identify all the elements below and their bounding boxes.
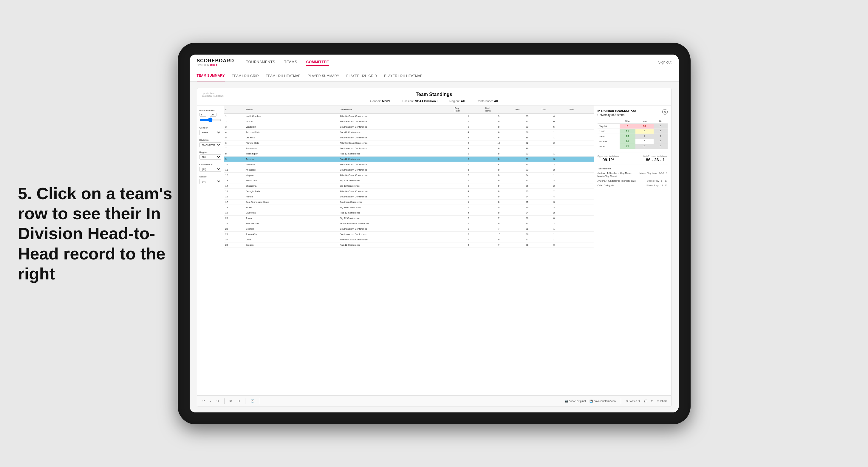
col-win: Win <box>568 105 593 114</box>
table-row[interactable]: 8 Washington Pac-12 Conference 2 8 23 1 <box>224 151 594 157</box>
filter-region: Region: All <box>450 100 465 103</box>
grid-button[interactable]: ⊞ <box>651 400 653 403</box>
panel-body: Minimum Rou... – Gender <box>197 105 671 396</box>
opponents-value: 99.1% <box>597 157 620 162</box>
h2h-col-loss: Loss <box>636 119 654 124</box>
panel-title: Team Standings <box>202 92 666 97</box>
table-row[interactable]: 5 Ole Miss Southeastern Conference 3 6 1… <box>224 135 594 141</box>
min-rounds-slider[interactable] <box>199 118 221 122</box>
table-header-row: # School Conference RegRank ConfRank Rds… <box>224 105 594 114</box>
table-row[interactable]: 3 Vanderbilt Southeastern Conference 2 8… <box>224 124 594 130</box>
tablet-screen: SCOREBOARD Powered by clippd TOURNAMENTS… <box>190 55 679 412</box>
table-row[interactable]: 24 Duke Atlantic Coast Conference 5 9 27… <box>224 237 594 243</box>
h2h-row: Top 10 3 13 0 <box>597 124 668 129</box>
table-row[interactable]: 19 California Pac-12 Conference 4 8 24 2 <box>224 210 594 216</box>
comment-button[interactable]: 💬 <box>644 400 647 403</box>
table-row[interactable]: 6 Florida State Atlantic Coast Conferenc… <box>224 141 594 146</box>
watch-button[interactable]: 👁 Watch ▼ <box>626 400 641 403</box>
school-label: School <box>199 175 221 178</box>
redo-button[interactable]: ↪ <box>215 398 221 403</box>
table-row[interactable]: 2 Auburn Southeastern Conference 1 9 27 … <box>224 119 594 124</box>
main-content: Update time: 27/03/2024 15:56:26 Team St… <box>190 82 679 412</box>
division-group: Division NCAA Division I <box>199 139 221 147</box>
min-rounds-max-input[interactable] <box>210 113 216 117</box>
panel-filters: Gender: Men's Division: NCAA Division I … <box>202 100 666 103</box>
h2h-col-win: Win <box>620 119 636 124</box>
share-button[interactable]: ⬆ Share <box>657 400 667 403</box>
table-row[interactable]: 13 Texas Tech Big 12 Conference 1 9 27 2 <box>224 178 594 183</box>
table-row[interactable]: 15 Georgia Tech Atlantic Coast Conferenc… <box>224 189 594 194</box>
tab-player-summary[interactable]: PLAYER SUMMARY <box>308 70 339 82</box>
sub-nav: TEAM SUMMARY TEAM H2H GRID TEAM H2H HEAT… <box>190 70 679 82</box>
tab-player-h2h-heatmap[interactable]: PLAYER H2H HEATMAP <box>384 70 422 82</box>
division-label: Division <box>199 139 221 142</box>
table-row[interactable]: 21 New Mexico Mountain West Conference 1… <box>224 221 594 226</box>
col-tour: Tour <box>540 105 568 114</box>
region-label: Region <box>199 151 221 154</box>
region-group: Region N/A <box>199 151 221 160</box>
h2h-close-button[interactable]: ✕ <box>662 109 668 115</box>
table-row[interactable]: 20 Texas Big 12 Conference 3 7 20 0 <box>224 216 594 221</box>
undo-button[interactable]: ↩ <box>201 398 206 403</box>
gender-group: Gender Men's <box>199 126 221 135</box>
col-school: School <box>244 105 338 114</box>
tournament-item: Jackson T. Stephens Cup Men's Match-Play… <box>597 172 668 178</box>
gender-select[interactable]: Men's <box>199 130 221 135</box>
tab-team-h2h-grid[interactable]: TEAM H2H GRID <box>232 70 259 82</box>
filter-division: Division: NCAA Division I <box>403 100 438 103</box>
gender-label: Gender <box>199 126 221 129</box>
paste-button[interactable]: ⊡ <box>236 398 242 403</box>
h2h-title: In Division Head-to-Head <box>597 109 636 113</box>
col-conference: Conference <box>338 105 453 114</box>
h2h-row: 26-50 25 2 1 <box>597 134 668 139</box>
nav-teams[interactable]: TEAMS <box>284 59 297 66</box>
table-row[interactable]: 25 Oregon Pac-12 Conference 5 7 21 0 <box>224 243 594 248</box>
min-rounds-group: Minimum Rou... – <box>199 109 221 123</box>
nav-committee[interactable]: COMMITTEE <box>306 59 329 66</box>
table-row[interactable]: 12 Virginia Atlantic Coast Conference 3 … <box>224 173 594 178</box>
clock-button[interactable]: 🕐 <box>249 398 256 403</box>
view-original-button[interactable]: 📷 View: Original <box>565 400 586 403</box>
tournament-list: Jackson T. Stephens Cup Men's Match-Play… <box>597 172 668 187</box>
sign-out-link[interactable]: Sign out <box>653 60 671 64</box>
h2h-team: University of Arizona <box>597 113 636 117</box>
wlt-value: 86 - 26 - 1 <box>643 157 667 162</box>
table-row[interactable]: 22 Georgia Southeastern Conference 8 7 2… <box>224 226 594 232</box>
school-select[interactable]: (All) <box>199 179 221 184</box>
table-row[interactable]: 10 Alabama Southeastern Conference 5 8 2… <box>224 162 594 167</box>
wlt-label: W-L-T record in-division: <box>643 155 667 157</box>
division-select[interactable]: NCAA Division I <box>199 142 221 147</box>
table-area: # School Conference RegRank ConfRank Rds… <box>224 105 594 396</box>
h2h-col-tie: Tie <box>654 119 668 124</box>
table-row[interactable]: 7 Tennessee Southeastern Conference 4 6 … <box>224 146 594 151</box>
nav-items: TOURNAMENTS TEAMS COMMITTEE <box>246 59 653 66</box>
h2h-stats-row: Opponents in division: 99.1% W-L-T recor… <box>597 155 668 162</box>
table-row[interactable]: 11 Arkansas Southeastern Conference 6 8 … <box>224 167 594 173</box>
col-conf-rank: ConfRank <box>484 105 514 114</box>
tablet-device: SCOREBOARD Powered by clippd TOURNAMENTS… <box>178 43 690 424</box>
min-rounds-min-input[interactable] <box>199 113 206 117</box>
table-row[interactable]: 16 Florida Southeastern Conference 7 9 2… <box>224 194 594 199</box>
table-row[interactable]: 23 Texas A&M Southeastern Conference 9 1… <box>224 232 594 237</box>
table-row[interactable]: 14 Oklahoma Big 12 Conference 2 9 26 2 <box>224 183 594 189</box>
filter-gender: Gender: Men's <box>370 100 390 103</box>
panel-header: Update time: 27/03/2024 15:56:26 Team St… <box>197 88 671 105</box>
table-row[interactable]: 4 Arizona State Pac-12 Conference 4 6 26… <box>224 130 594 135</box>
conference-group: Conference (All) <box>199 163 221 172</box>
app-panel: Update time: 27/03/2024 15:56:26 Team St… <box>197 88 672 406</box>
table-row[interactable]: 17 East Tennessee State Southern Confere… <box>224 199 594 205</box>
save-custom-button[interactable]: 💾 Save Custom View <box>589 400 616 403</box>
table-row[interactable]: 18 Illinois Big Ten Conference 1 9 26 3 <box>224 205 594 210</box>
step-back-button[interactable]: ‹ <box>209 399 213 403</box>
nav-tournaments[interactable]: TOURNAMENTS <box>246 59 275 66</box>
conference-select[interactable]: (All) <box>199 167 221 172</box>
copy-button[interactable]: ⧉ <box>228 398 234 403</box>
table-row[interactable]: 1 North Carolina Atlantic Coast Conferen… <box>224 114 594 119</box>
toolbar-sep-1 <box>224 398 224 404</box>
table-row[interactable]: 9 Arizona Pac-12 Conference 5 8 23 3 <box>224 157 594 162</box>
col-rank: # <box>224 105 244 114</box>
tab-team-summary[interactable]: TEAM SUMMARY <box>197 70 225 82</box>
tab-player-h2h-grid[interactable]: PLAYER H2H GRID <box>346 70 377 82</box>
tab-team-h2h-heatmap[interactable]: TEAM H2H HEATMAP <box>266 70 301 82</box>
region-select[interactable]: N/A <box>199 154 221 160</box>
